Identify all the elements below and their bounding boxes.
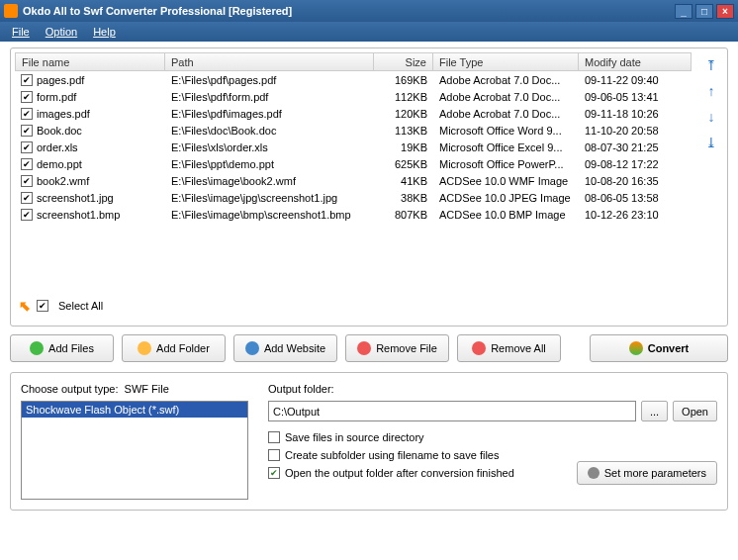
file-name: screenshot1.bmp [37,209,120,221]
col-size[interactable]: Size [374,52,433,71]
up-arrow-icon: ⬉ [19,298,31,314]
file-path: E:\Files\image\jpg\screenshot1.jpg [165,192,374,204]
file-name: screenshot1.jpg [37,192,114,204]
file-type: Adobe Acrobat 7.0 Doc... [433,91,579,103]
window-title: Okdo All to Swf Converter Professional [… [23,5,672,17]
table-header: File name Path Size File Type Modify dat… [15,52,699,71]
file-size: 625KB [374,158,433,170]
file-date: 09-08-12 17:22 [579,158,692,170]
more-parameters-button[interactable]: Set more parameters [577,461,717,485]
remove-all-button[interactable]: Remove All [457,334,561,362]
row-checkbox[interactable]: ✔ [21,209,33,221]
table-row[interactable]: ✔Book.docE:\Files\doc\Book.doc113KBMicro… [15,122,699,139]
browse-button[interactable]: ... [641,401,668,421]
table-row[interactable]: ✔book2.wmfE:\Files\image\book2.wmf41KBAC… [15,172,699,189]
output-panel: Choose output type: SWF File Shockwave F… [10,372,728,511]
file-name: demo.ppt [37,158,82,170]
row-checkbox[interactable]: ✔ [21,91,33,103]
file-size: 120KB [374,108,433,120]
remove-file-button[interactable]: Remove File [345,334,449,362]
create-subfolder-checkbox[interactable] [268,449,280,461]
move-up-icon[interactable]: ↑ [702,82,720,100]
minus-icon [472,341,486,355]
file-path: E:\Files\pdf\images.pdf [165,108,374,120]
file-date: 09-11-18 10:26 [579,108,692,120]
table-row[interactable]: ✔pages.pdfE:\Files\pdf\pages.pdf169KBAdo… [15,71,699,88]
col-filename[interactable]: File name [15,52,165,71]
file-date: 10-12-26 23:10 [579,209,692,221]
select-all-label: Select All [58,300,103,312]
file-date: 09-06-05 13:41 [579,91,692,103]
select-all-checkbox[interactable]: ✔ [37,300,48,312]
file-list-panel: File name Path Size File Type Modify dat… [10,47,728,327]
add-folder-button[interactable]: Add Folder [122,334,226,362]
output-folder-input[interactable] [268,401,636,421]
file-name: images.pdf [37,108,90,120]
col-modifydate[interactable]: Modify date [579,52,692,71]
table-row[interactable]: ✔images.pdfE:\Files\pdf\images.pdf120KBA… [15,105,699,122]
file-type: ACDSee 10.0 BMP Image [433,209,579,221]
file-size: 19KB [374,141,433,153]
col-path[interactable]: Path [165,52,374,71]
gear-icon [588,467,600,479]
app-icon [4,4,18,18]
file-type: Microsoft Office PowerP... [433,158,579,170]
row-checkbox[interactable]: ✔ [21,192,33,204]
move-bottom-icon[interactable]: ⤓ [702,134,720,151]
file-path: E:\Files\image\book2.wmf [165,175,374,187]
file-size: 113KB [374,125,433,137]
plus-icon [30,341,44,355]
file-path: E:\Files\doc\Book.doc [165,125,374,137]
table-row[interactable]: ✔form.pdfE:\Files\pdf\form.pdf112KBAdobe… [15,88,699,105]
add-website-button[interactable]: Add Website [233,334,337,362]
file-size: 112KB [374,91,433,103]
move-top-icon[interactable]: ⤒ [702,56,720,74]
add-files-button[interactable]: Add Files [10,334,114,362]
table-row[interactable]: ✔screenshot1.jpgE:\Files\image\jpg\scree… [15,189,699,206]
file-path: E:\Files\pdf\form.pdf [165,91,374,103]
output-type-item[interactable]: Shockwave Flash Object (*.swf) [22,402,247,418]
action-button-row: Add Files Add Folder Add Website Remove … [10,334,728,362]
save-in-source-label: Save files in source directory [285,431,424,443]
reorder-buttons: ⤒ ↑ ↓ ⤓ [699,52,723,292]
file-table: File name Path Size File Type Modify dat… [15,52,699,292]
menu-help[interactable]: Help [85,23,124,41]
file-type: Adobe Acrobat 7.0 Doc... [433,74,579,86]
row-checkbox[interactable]: ✔ [21,108,33,120]
minimize-button[interactable]: _ [675,4,692,19]
file-date: 08-06-05 13:58 [579,192,692,204]
file-path: E:\Files\pdf\pages.pdf [165,74,374,86]
file-path: E:\Files\ppt\demo.ppt [165,158,374,170]
choose-type-value: SWF File [125,383,169,395]
file-size: 807KB [374,209,433,221]
table-row[interactable]: ✔order.xlsE:\Files\xls\order.xls19KBMicr… [15,139,699,155]
file-path: E:\Files\xls\order.xls [165,141,374,153]
output-folder-label: Output folder: [268,383,717,395]
row-checkbox[interactable]: ✔ [21,158,33,170]
file-size: 41KB [374,175,433,187]
file-name: order.xls [37,141,78,153]
table-row[interactable]: ✔demo.pptE:\Files\ppt\demo.ppt625KBMicro… [15,155,699,172]
row-checkbox[interactable]: ✔ [21,125,33,137]
table-row[interactable]: ✔screenshot1.bmpE:\Files\image\bmp\scree… [15,206,699,223]
file-date: 09-11-22 09:40 [579,74,692,86]
col-filetype[interactable]: File Type [433,52,579,71]
maximize-button[interactable]: □ [695,4,713,19]
row-checkbox[interactable]: ✔ [21,141,33,153]
move-down-icon[interactable]: ↓ [702,108,720,126]
convert-button[interactable]: Convert [590,334,728,362]
file-name: pages.pdf [37,74,84,86]
convert-icon [629,341,643,355]
file-date: 10-08-20 16:35 [579,175,692,187]
menu-file[interactable]: File [4,23,38,41]
output-type-list[interactable]: Shockwave Flash Object (*.swf) [21,401,248,500]
close-button[interactable]: × [716,4,734,19]
open-after-checkbox[interactable]: ✔ [268,467,280,479]
file-type: ACDSee 10.0 JPEG Image [433,192,579,204]
menu-option[interactable]: Option [38,23,85,41]
save-in-source-checkbox[interactable] [268,431,280,443]
row-checkbox[interactable]: ✔ [21,74,33,86]
row-checkbox[interactable]: ✔ [21,175,33,187]
file-type: Microsoft Office Excel 9... [433,141,579,153]
open-folder-button[interactable]: Open [673,401,717,421]
